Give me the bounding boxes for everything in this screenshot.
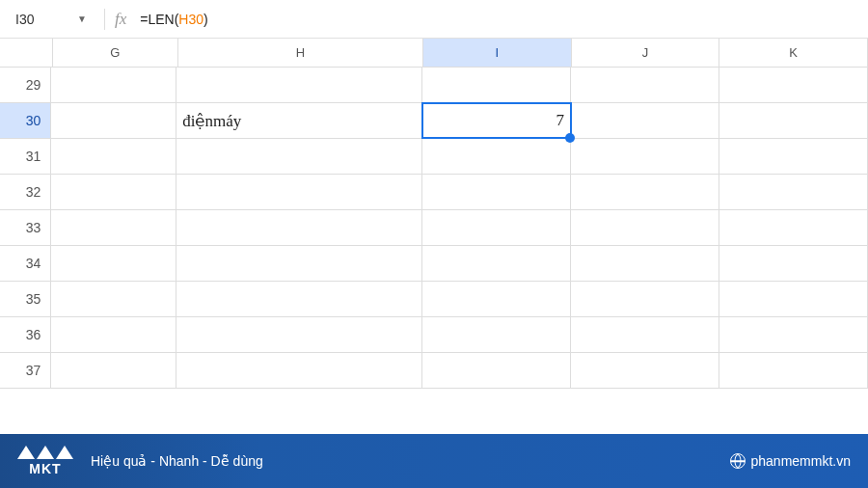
logo-icon (17, 446, 73, 459)
cell-H31[interactable] (176, 139, 422, 174)
cell-K36[interactable] (719, 317, 868, 352)
cell-J34[interactable] (571, 246, 719, 281)
formula-input[interactable]: =LEN(H30) (140, 12, 860, 27)
row-35: 35 (0, 282, 868, 317)
cell-G34[interactable] (51, 246, 176, 281)
row-31: 31 (0, 139, 868, 175)
tagline: Hiệu quả - Nhanh - Dễ dùng (91, 453, 263, 469)
formula-prefix: =LEN( (140, 12, 178, 27)
cell-H33[interactable] (176, 210, 422, 245)
cell-J36[interactable] (571, 317, 719, 352)
cell-J35[interactable] (571, 282, 719, 316)
cell-G32[interactable] (51, 175, 176, 209)
cell-K31[interactable] (719, 139, 868, 174)
cell-H37[interactable] (176, 353, 422, 388)
dropdown-icon[interactable]: ▼ (77, 14, 87, 24)
row-36: 36 (0, 317, 868, 353)
row-34: 34 (0, 246, 868, 282)
name-box[interactable]: I30 ▼ (8, 8, 95, 31)
row-33: 33 (0, 210, 868, 246)
column-headers: G H I J K (53, 39, 868, 68)
cell-K32[interactable] (719, 175, 868, 209)
cell-J29[interactable] (571, 68, 719, 102)
row-header-30[interactable]: 30 (0, 103, 51, 138)
rows: 29 30 điệnmáy 7 31 32 (0, 68, 868, 389)
mkt-logo: MKT (17, 446, 73, 476)
cell-I33[interactable] (422, 210, 571, 245)
row-header-35[interactable]: 35 (0, 282, 51, 316)
cell-H29[interactable] (176, 68, 422, 102)
name-box-value: I30 (15, 12, 34, 27)
cell-K30[interactable] (719, 103, 868, 138)
cell-G29[interactable] (51, 68, 176, 102)
select-all-corner[interactable] (0, 39, 53, 68)
formula-ref: H30 (178, 12, 203, 27)
footer-banner: MKT Hiệu quả - Nhanh - Dễ dùng phanmemmk… (0, 434, 868, 488)
col-header-G[interactable]: G (53, 39, 178, 67)
cell-G35[interactable] (51, 282, 176, 316)
row-header-36[interactable]: 36 (0, 317, 51, 352)
globe-icon (730, 453, 746, 469)
row-header-34[interactable]: 34 (0, 246, 51, 281)
formula-suffix: ) (203, 12, 208, 27)
col-header-H[interactable]: H (178, 39, 423, 67)
cell-I36[interactable] (422, 317, 571, 352)
row-header-31[interactable]: 31 (0, 139, 51, 174)
cell-J32[interactable] (571, 175, 719, 209)
row-32: 32 (0, 175, 868, 210)
cell-K29[interactable] (719, 68, 868, 102)
site-link[interactable]: phanmemmkt.vn (730, 453, 851, 469)
row-header-33[interactable]: 33 (0, 210, 51, 245)
cell-I35[interactable] (422, 282, 571, 316)
cell-K33[interactable] (719, 210, 868, 245)
formula-bar: I30 ▼ fx =LEN(H30) (0, 0, 868, 39)
cell-K35[interactable] (719, 282, 868, 316)
col-header-I[interactable]: I (423, 39, 572, 67)
cell-I31[interactable] (422, 139, 571, 174)
cell-H35[interactable] (176, 282, 422, 316)
fx-icon[interactable]: fx (115, 10, 126, 29)
col-header-K[interactable]: K (719, 39, 868, 67)
cell-I29[interactable] (422, 68, 571, 102)
cell-I30[interactable]: 7 (422, 103, 571, 138)
cell-J33[interactable] (571, 210, 719, 245)
cell-H36[interactable] (176, 317, 422, 352)
row-header-32[interactable]: 32 (0, 175, 51, 209)
logo-text: MKT (29, 461, 61, 476)
divider (104, 9, 105, 30)
row-29: 29 (0, 68, 868, 103)
cell-H30[interactable]: điệnmáy (176, 103, 422, 138)
cell-G37[interactable] (51, 353, 176, 388)
cell-K34[interactable] (719, 246, 868, 281)
cell-J30[interactable] (571, 103, 719, 138)
cell-I37[interactable] (422, 353, 571, 388)
selection-handle[interactable] (565, 133, 575, 143)
cell-G33[interactable] (51, 210, 176, 245)
cell-G30[interactable] (51, 103, 176, 138)
cell-H32[interactable] (176, 175, 422, 209)
cell-I32[interactable] (422, 175, 571, 209)
col-header-J[interactable]: J (572, 39, 720, 67)
cell-H34[interactable] (176, 246, 422, 281)
cell-J37[interactable] (571, 353, 719, 388)
row-header-29[interactable]: 29 (0, 68, 51, 102)
row-37: 37 (0, 353, 868, 389)
row-header-37[interactable]: 37 (0, 353, 51, 388)
cell-I30-value: 7 (556, 111, 564, 130)
cell-J31[interactable] (571, 139, 719, 174)
cell-K37[interactable] (719, 353, 868, 388)
site-text: phanmemmkt.vn (751, 453, 851, 469)
cell-G31[interactable] (51, 139, 176, 174)
cell-G36[interactable] (51, 317, 176, 352)
row-30: 30 điệnmáy 7 (0, 103, 868, 139)
cell-I34[interactable] (422, 246, 571, 281)
spreadsheet-grid: G H I J K 29 30 điệnmáy 7 31 (0, 39, 868, 389)
